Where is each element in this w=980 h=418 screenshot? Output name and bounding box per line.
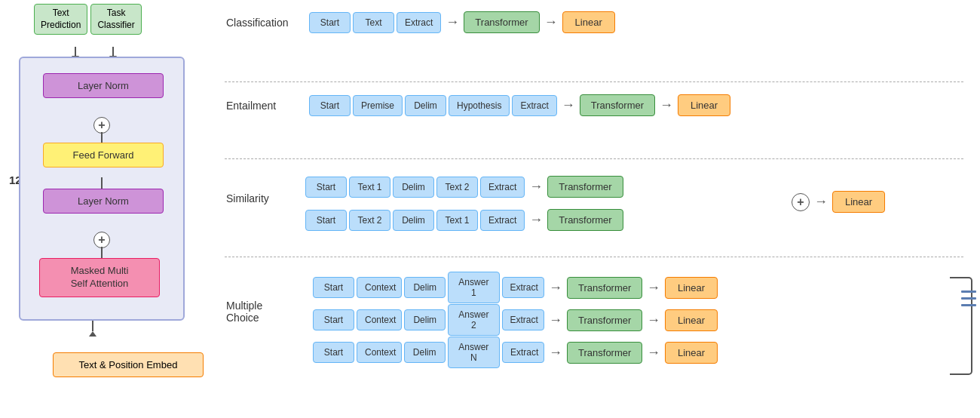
- tok-mc3-5: Extract: [502, 342, 544, 363]
- output-boxes: TextPrediction TaskClassifier: [34, 4, 142, 35]
- layer-norm-top-wrapper: Layer Norm: [43, 73, 161, 98]
- classification-section: Classification Start Text Extract → Tran…: [226, 11, 615, 33]
- token-premise-e: Premise: [353, 95, 403, 116]
- transformer-mc3: Transformer: [567, 342, 642, 364]
- classification-label: Classification: [226, 17, 302, 29]
- feed-forward: Feed Forward: [43, 143, 164, 168]
- similarity-merge: + → Linear: [792, 191, 885, 213]
- tok-mc1-4: Answer 1: [448, 272, 499, 303]
- tok-s1-1: Start: [305, 177, 347, 198]
- tok-s1-2: Text 1: [349, 177, 390, 198]
- divider-1: [225, 81, 963, 82]
- vline3: [101, 247, 103, 259]
- transformer-e: Transformer: [580, 94, 655, 116]
- entailment-section: Entailment Start Premise Delim Hypothesi…: [226, 94, 730, 116]
- embed-box: Text & Position Embed: [53, 352, 204, 377]
- plus-bottom: +: [93, 232, 110, 248]
- tok-mc3-1: Start: [313, 342, 354, 363]
- similarity-label: Similarity: [226, 192, 269, 204]
- tok-s2-2: Text 2: [349, 210, 390, 231]
- linear-s: Linear: [832, 191, 885, 213]
- tok-mc1-5: Extract: [502, 277, 545, 298]
- divider-3: [225, 257, 963, 257]
- arrow-s1: →: [529, 179, 543, 195]
- linear-mc3: Linear: [665, 342, 718, 364]
- arrow-c: →: [446, 14, 459, 30]
- linear-e: Linear: [678, 94, 730, 116]
- tok-mc2-4: Answer 2: [448, 304, 499, 336]
- classification-row: Start Text Extract → Transformer → Linea…: [309, 11, 615, 33]
- arrow-e2: →: [660, 97, 673, 113]
- mc-row2: Start Context Delim Answer 2 Extract → T…: [313, 304, 718, 336]
- mc-row3: Start Context Delim Answer N Extract → T…: [313, 337, 718, 368]
- transformer-s1: Transformer: [547, 176, 623, 198]
- token-extract-e: Extract: [512, 95, 556, 116]
- tok-mc1-2: Context: [357, 277, 402, 298]
- layer-norm-top: Layer Norm: [43, 73, 164, 98]
- tok-s2-4: Text 1: [436, 210, 478, 231]
- plus-top: +: [93, 117, 110, 134]
- tok-mc2-1: Start: [313, 309, 354, 330]
- tok-mc2-3: Delim: [404, 309, 446, 330]
- token-text-c: Text: [353, 12, 394, 33]
- tok-s2-5: Extract: [480, 210, 525, 231]
- entailment-label: Entailment: [226, 100, 302, 112]
- entailment-row: Start Premise Delim Hypothesis Extract →…: [309, 94, 730, 116]
- transformer-mc1: Transformer: [567, 277, 642, 299]
- tok-s1-5: Extract: [480, 177, 525, 198]
- transformer-mc2: Transformer: [567, 309, 642, 331]
- arrow-mc2b: →: [647, 312, 660, 328]
- tok-mc3-4: Answer N: [448, 337, 500, 368]
- arrow-mc3: →: [549, 345, 562, 361]
- linear-mc1: Linear: [665, 277, 718, 299]
- diagram: TextPrediction TaskClassifier 12x Layer …: [0, 0, 980, 418]
- arrow-s2: →: [529, 212, 543, 228]
- tok-s2-1: Start: [305, 210, 347, 231]
- arrow-sm: →: [814, 194, 828, 210]
- arrow-c2: →: [544, 14, 558, 30]
- transformer-block: Layer Norm + Feed Forward Layer Norm + M…: [19, 57, 185, 321]
- token-delim-e: Delim: [405, 95, 446, 116]
- task-classifier-box: TaskClassifier: [90, 4, 141, 35]
- plus-similarity: +: [792, 193, 810, 211]
- transformer-s2: Transformer: [547, 209, 623, 231]
- arrow-mc1: →: [549, 280, 562, 296]
- layer-norm-bottom-wrapper: Layer Norm: [43, 189, 161, 214]
- arrow-mc1b: →: [647, 280, 660, 296]
- arrow-mc2: →: [549, 312, 562, 328]
- tok-s1-4: Text 2: [436, 177, 478, 198]
- attention-wrapper: Masked MultiSelf Attention: [39, 258, 164, 297]
- arrow-e: →: [562, 97, 575, 113]
- feed-forward-wrapper: Feed Forward: [43, 143, 161, 168]
- tok-mc1-1: Start: [313, 277, 354, 298]
- vline2: [101, 177, 103, 189]
- similarity-row2: Start Text 2 Delim Text 1 Extract → Tran…: [305, 209, 623, 231]
- tok-mc1-3: Delim: [404, 277, 446, 298]
- tok-mc2-5: Extract: [502, 309, 545, 330]
- layer-norm-bottom: Layer Norm: [43, 189, 164, 214]
- transformer-c: Transformer: [464, 11, 539, 33]
- attention: Masked MultiSelf Attention: [39, 258, 160, 297]
- arrow-mc3b: →: [647, 345, 660, 361]
- bottom-arrow: [89, 321, 96, 337]
- tok-mc3-2: Context: [357, 342, 402, 363]
- linear-c: Linear: [562, 11, 615, 33]
- mc-label: Multiple Choice: [226, 300, 262, 324]
- linear-mc2: Linear: [665, 309, 718, 331]
- divider-2: [225, 158, 963, 159]
- tok-mc2-2: Context: [357, 309, 402, 330]
- token-hyp-e: Hypothesis: [449, 95, 510, 116]
- tok-mc3-3: Delim: [404, 342, 446, 363]
- token-extract-c: Extract: [397, 12, 441, 33]
- mc-softmax-lines: [961, 290, 976, 306]
- token-start-e: Start: [309, 95, 351, 116]
- tok-s1-3: Delim: [393, 177, 434, 198]
- tok-s2-3: Delim: [393, 210, 434, 231]
- token-start-c: Start: [309, 12, 351, 33]
- mc-row1: Start Context Delim Answer 1 Extract → T…: [313, 272, 718, 303]
- text-prediction-box: TextPrediction: [34, 4, 87, 35]
- similarity-row1: Start Text 1 Delim Text 2 Extract → Tran…: [305, 176, 623, 198]
